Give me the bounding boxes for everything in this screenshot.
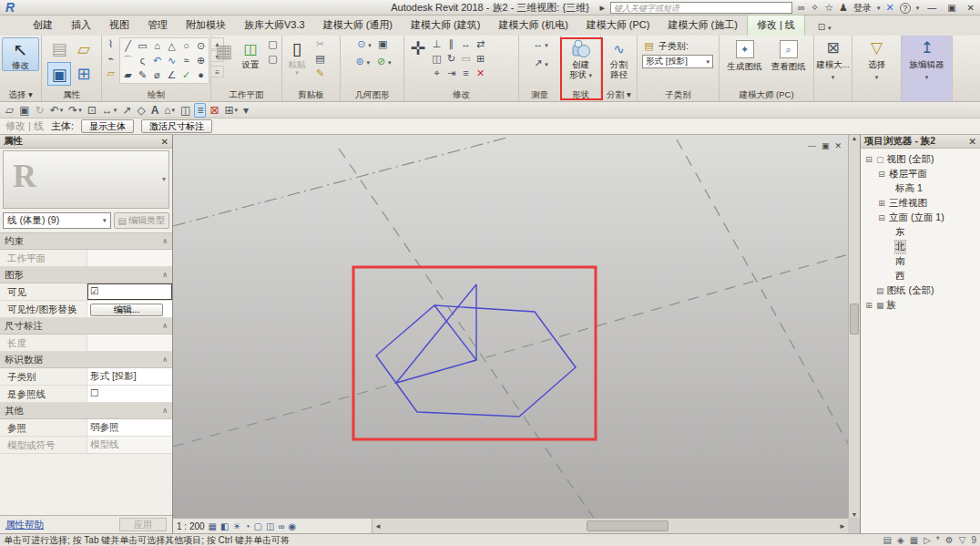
tree-item-sheets[interactable]: ▤图纸 (全部) [864, 283, 980, 298]
divide-path-button[interactable]: ∿ 分割 路径 [603, 37, 635, 79]
mirror-axis-icon[interactable]: ↔ [459, 37, 473, 51]
subcategory-dropdown[interactable]: 形式 [投影] ▾ [642, 55, 713, 68]
ribbon-state-toggle-icon[interactable]: ⊡ ▾ [818, 22, 832, 36]
panel-label-clipboard[interactable]: 剪贴板 [282, 88, 340, 101]
sign-in-caret-icon[interactable]: ▾ [877, 1, 881, 15]
design-options-icon[interactable]: ◈ [897, 535, 904, 545]
sign-in-label[interactable]: 登录 [853, 2, 872, 15]
tab-modify-line-active[interactable]: 修改 | 线 [747, 15, 805, 36]
detail-level-icon[interactable]: ▦ [209, 521, 217, 531]
tab-view[interactable]: 视图 [100, 15, 138, 36]
favorites-star-icon[interactable]: ☆ [824, 1, 833, 15]
draw-pencil-icon[interactable]: ✎ [136, 68, 149, 82]
panel-label-master-pc[interactable]: 建模大师 (PC) [720, 88, 813, 101]
scale-icon[interactable]: ⌖ [430, 67, 444, 80]
worksets-icon[interactable]: ▤ [883, 535, 892, 545]
scroll-right-icon[interactable]: ► [839, 522, 846, 531]
help-caret-icon[interactable]: ▾ [916, 1, 920, 15]
view-sheet-button[interactable]: ⌕ 查看图纸 [767, 37, 811, 73]
view-minimize-icon[interactable]: — [808, 141, 816, 150]
show-workplane-icon[interactable]: ▢ [266, 37, 280, 51]
scroll-down-icon[interactable]: ▼ [852, 511, 858, 518]
sun-path-icon[interactable]: ☀ [233, 521, 241, 531]
panel-label-modify[interactable]: 修改 [404, 88, 518, 101]
tab-master-mep[interactable]: 建模大师 (机电) [489, 15, 577, 36]
pin-icon[interactable]: ⇥ [444, 67, 458, 80]
offset-icon[interactable]: ∥ [444, 37, 458, 51]
panel-label-workplane[interactable]: 工作平面 [211, 88, 281, 101]
draw-line-icon[interactable]: ╱ [121, 39, 135, 53]
measure-button[interactable]: ↔▾ [531, 37, 548, 51]
panel-family-editor[interactable]: ↥ 族编辑器 ▾ [902, 36, 953, 101]
draw-fillet-arc-icon[interactable]: ⌒ [121, 54, 135, 67]
geometry-folder-icon[interactable]: ▣ [376, 37, 390, 51]
section-dimensions[interactable]: 尺寸标注∧ [0, 318, 172, 335]
tab-master-general[interactable]: 建模大师 (通用) [314, 15, 402, 36]
tree-expander-icon[interactable]: ⊞ [877, 199, 886, 208]
qat-aligned-dim-button[interactable]: ↗ [120, 103, 133, 118]
tree-item-3dviews[interactable]: ⊞三维视图 [864, 196, 980, 211]
visual-style-icon[interactable]: ◧ [220, 521, 229, 531]
shadows-icon[interactable]: ◔ [244, 521, 250, 531]
reveal-hidden-icon[interactable]: ◉ [289, 521, 297, 531]
draw-polygon-inscribed-icon[interactable]: ⌂ [150, 39, 164, 53]
set-workplane-button[interactable]: ◫ 设置 [238, 37, 263, 69]
tab-family-lib[interactable]: 族库大师V3.3 [235, 15, 314, 36]
drawing-canvas[interactable]: — ▣ ✕ ▲ ▼ 1 : 200 ▦ ◧ ☀ ◔ ▢ ◫ ∞ [173, 135, 861, 533]
panel-select-filter[interactable]: ▽ 选择 ▾ [852, 36, 902, 101]
sign-in-person-icon[interactable]: ♟ [839, 1, 848, 15]
crop-view-icon[interactable]: ▢ [254, 521, 262, 531]
tree-item-north[interactable]: 北 [864, 240, 980, 254]
communication-center-icon[interactable]: ✧ [811, 1, 819, 15]
thin-lines-toggle[interactable]: ≡ [194, 103, 206, 118]
tree-item-floorplans[interactable]: ⊟楼层平面 [864, 167, 980, 181]
scroll-left-icon[interactable]: ◄ [374, 522, 382, 531]
panel-label-divide[interactable]: 分割 ▾ [601, 88, 637, 101]
help-search-input[interactable] [610, 2, 792, 14]
editable-only-icon[interactable]: ▦ [910, 535, 918, 545]
tree-item-west[interactable]: 西 [864, 269, 980, 283]
close-button[interactable]: ✕ [965, 3, 977, 13]
family-category-icon[interactable]: ▱ [72, 37, 96, 61]
tab-master-pc[interactable]: 建模大师 (PC) [577, 15, 659, 36]
tree-expander-icon[interactable]: ⊟ [864, 155, 873, 164]
selection-count[interactable]: 9 [971, 535, 976, 545]
sync-button[interactable]: ↻ [34, 103, 46, 118]
vertical-scrollbar[interactable]: ▲ ▼ [848, 135, 860, 518]
close-hidden-windows-button[interactable]: ⊠ [208, 103, 220, 118]
panel-label-draw[interactable]: 绘制 [102, 88, 210, 101]
redo-button[interactable]: ↷▾ [66, 103, 84, 118]
edit-type-button[interactable]: ▤ 编辑类型 [114, 212, 169, 229]
tree-item-east[interactable]: 东 [864, 225, 980, 240]
type-preview[interactable]: R ▾ [3, 150, 169, 209]
apply-button[interactable]: 应用 [119, 518, 167, 531]
tree-item-elevations[interactable]: ⊟立面 (立面 1) [864, 211, 980, 225]
panel-master-collapsed[interactable]: ⊠ 建模大... ▾ [814, 36, 852, 101]
tab-master-constr[interactable]: 建模大师 (施工) [658, 15, 746, 36]
temporary-hide-isolate-icon[interactable]: ∞ [278, 521, 284, 531]
draw-spline2-icon[interactable]: ≈ [179, 54, 193, 67]
create-form-button[interactable]: 创建 形状 ▾ [563, 37, 598, 80]
tree-item-families[interactable]: ⊞▦族 [864, 298, 980, 313]
draw-spline-icon[interactable]: ς [136, 54, 149, 67]
draw-arc-3pt-icon[interactable]: ↶ [150, 54, 164, 67]
qat-measure-button[interactable]: ↔▾ [100, 103, 119, 118]
family-types-icon[interactable]: ⊞ [72, 62, 96, 86]
draw-partial-ellipse-icon[interactable]: ▰ [121, 68, 135, 82]
properties-close-icon[interactable]: ✕ [161, 137, 168, 147]
background-process-icon[interactable]: ⚙ [945, 535, 954, 545]
split-icon[interactable]: ◫ [430, 52, 444, 66]
switch-windows-button[interactable]: ⊞▾ [223, 103, 240, 118]
show-host-button[interactable]: 显示主体 [81, 119, 134, 133]
aligned-dimension-button[interactable]: ↗▾ [531, 57, 548, 70]
section-graphics[interactable]: 图形∧ [0, 267, 172, 283]
type-selector[interactable]: 线 (体量) (9) ▾ [3, 212, 111, 229]
panel-label-subcategory[interactable]: 子类别 [638, 88, 719, 101]
delete-icon[interactable]: ✕ [474, 67, 487, 80]
vertical-scroll-thumb[interactable] [850, 304, 859, 335]
help-icon[interactable]: ? [900, 3, 911, 14]
search-binoculars-icon[interactable]: ∞ [798, 1, 805, 15]
save-button[interactable]: ▣ [17, 103, 31, 118]
match-type-icon[interactable]: ✎ [313, 67, 327, 80]
tree-item-views[interactable]: ⊟▢视图 (全部) [864, 152, 980, 167]
